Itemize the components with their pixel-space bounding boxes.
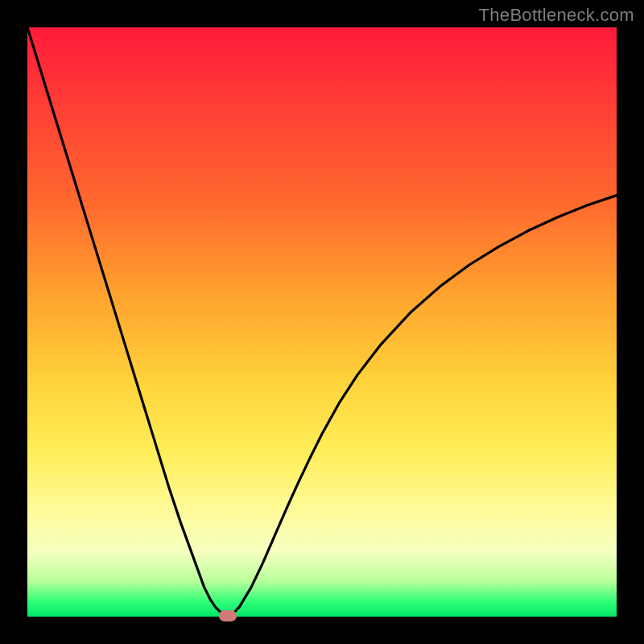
chart-frame: TheBottleneck.com [0, 0, 644, 644]
optimal-point-marker [219, 610, 237, 621]
watermark-text: TheBottleneck.com [479, 5, 634, 26]
curve-path [27, 27, 617, 616]
bottleneck-curve [27, 27, 617, 617]
